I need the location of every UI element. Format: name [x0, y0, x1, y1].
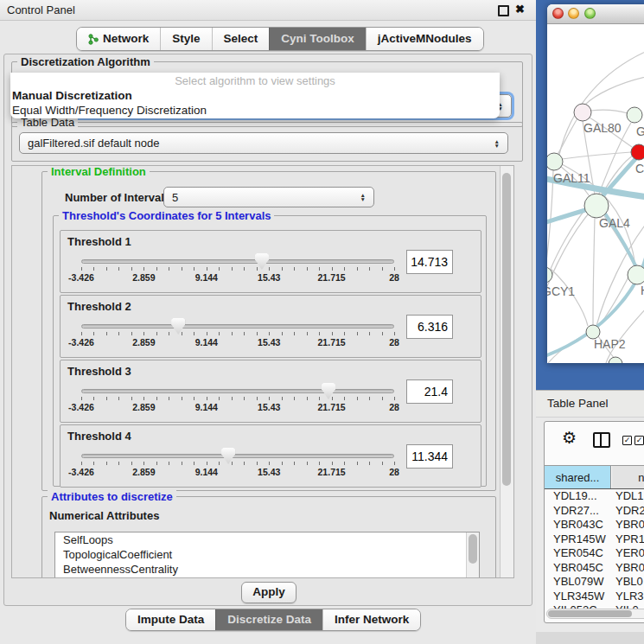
cell-name[interactable]: YPR1	[615, 532, 644, 545]
attribute-item[interactable]: SelfLoops	[55, 532, 479, 547]
gear-icon[interactable]: ⚙	[562, 428, 577, 448]
network-node[interactable]	[628, 265, 644, 284]
network-view-window: GAL80GACGAL11GAL4GCY1HHAP2	[547, 4, 644, 363]
threshold-panel: Threshold 1-3.4262.8599.14415.4321.71528	[60, 230, 481, 293]
tab-style[interactable]: Style	[160, 28, 211, 50]
tab-cyni-toolbox[interactable]: Cyni Toolbox	[269, 28, 366, 50]
attributes-scrollbar-thumb[interactable]	[469, 534, 477, 564]
cell-name[interactable]: YLR3	[615, 590, 644, 603]
cell-shared-name[interactable]: YPR145W	[553, 532, 606, 545]
table-row[interactable]: YBL079WYBL0	[545, 575, 644, 590]
tick-label: -3.426	[68, 402, 94, 412]
network-node[interactable]	[627, 107, 642, 123]
thresholds-legend: Threshold's Coordinates for 5 Intervals	[59, 209, 274, 222]
attribute-item[interactable]: TopologicalCoefficient	[55, 547, 479, 562]
attributes-scrollbar[interactable]	[466, 532, 479, 578]
algorithm-option[interactable]: Equal Width/Frequency Discretization	[10, 103, 500, 118]
tab-jactivemnodules[interactable]: jActiveMNodules	[366, 28, 483, 50]
tick-label: 2.859	[132, 272, 155, 283]
network-node[interactable]	[609, 357, 622, 363]
network-node[interactable]	[574, 104, 591, 121]
network-node[interactable]	[584, 194, 609, 218]
table-data-combobox[interactable]: galFiltered.sif default node ▲▼	[19, 132, 508, 154]
tab-label: Impute Data	[137, 609, 204, 630]
checkbox-icon[interactable]: ✓	[634, 436, 644, 445]
threshold-value-field[interactable]	[406, 444, 453, 469]
network-edge[interactable]	[593, 218, 595, 325]
number-of-intervals-combobox[interactable]: 5 ▲▼	[163, 187, 374, 207]
zoom-traffic-light-icon[interactable]	[584, 8, 596, 19]
tick-label: 28	[389, 337, 399, 348]
apply-button[interactable]: Apply	[241, 582, 296, 603]
slider-track[interactable]	[81, 259, 394, 264]
tab-select[interactable]: Select	[212, 28, 270, 50]
float-window-icon[interactable]	[498, 5, 509, 16]
table-row[interactable]: YBR043CYBR0	[545, 518, 644, 532]
tab-discretize-data[interactable]: Discretize Data	[215, 609, 322, 630]
tab-network[interactable]: Network	[77, 28, 160, 50]
network-edge[interactable]	[562, 152, 631, 159]
cell-name[interactable]: YDL1	[615, 489, 644, 502]
column-header-name[interactable]: na	[612, 466, 644, 488]
cell-shared-name[interactable]: YER054C	[553, 546, 603, 559]
cell-shared-name[interactable]: YDL19...	[553, 489, 597, 502]
slider-ticks	[81, 462, 395, 465]
tick-label: 28	[389, 402, 399, 412]
cell-shared-name[interactable]: YBL079W	[553, 575, 604, 588]
cell-shared-name[interactable]: YBR045C	[553, 561, 603, 574]
algorithm-option[interactable]: Manual Discretization	[10, 88, 500, 103]
tab-impute-data[interactable]: Impute Data	[126, 609, 215, 630]
network-edge[interactable]	[558, 118, 577, 155]
numerical-attributes-list[interactable]: SelfLoopsTopologicalCoefficientBetweenne…	[54, 532, 480, 578]
threshold-value-field[interactable]	[406, 315, 453, 339]
table-hscrollbar[interactable]	[546, 609, 644, 619]
cell-name[interactable]: YDR2	[615, 504, 644, 517]
table-row[interactable]: YDL19...YDL1	[545, 489, 644, 504]
network-edge[interactable]	[559, 50, 644, 155]
close-traffic-light-icon[interactable]	[552, 8, 564, 19]
cell-name[interactable]: YER0	[615, 546, 644, 559]
column-header-shared-name[interactable]: shared...	[545, 466, 611, 488]
tab-label: Select	[224, 28, 258, 50]
table-row[interactable]: YLR345WYLR3	[545, 590, 644, 604]
split-columns-icon[interactable]	[593, 432, 610, 448]
slider-ticks	[81, 332, 395, 335]
table-row[interactable]: YBR045CYBR0	[545, 561, 644, 576]
network-node[interactable]	[547, 153, 563, 170]
settings-scrollbar[interactable]	[500, 166, 513, 577]
close-icon[interactable]: ✖	[515, 3, 525, 16]
cell-shared-name[interactable]: YLR345W	[553, 590, 604, 603]
slider-track[interactable]	[81, 324, 394, 328]
checkbox-icon[interactable]: ✓	[622, 436, 632, 445]
cell-name[interactable]: YBR0	[615, 561, 644, 574]
tab-label: Network	[103, 28, 149, 50]
network-canvas[interactable]: GAL80GACGAL11GAL4GCY1HHAP2	[547, 24, 644, 363]
cell-shared-name[interactable]: YDR27...	[553, 504, 599, 517]
network-node[interactable]	[631, 144, 644, 160]
network-edge[interactable]	[598, 271, 632, 327]
cell-name[interactable]: YBL0	[615, 575, 643, 588]
tab-infer-network[interactable]: Infer Network	[322, 609, 420, 630]
cell-name[interactable]: YBR0	[615, 518, 644, 531]
discretization-algorithm-legend: Discretization Algorithm	[17, 55, 154, 68]
table-row[interactable]: YDR27...YDR2	[545, 504, 644, 519]
settings-scrollbar-thumb[interactable]	[502, 173, 511, 486]
slider-tick-labels: -3.4262.8599.14415.4321.71528	[81, 272, 394, 283]
interval-definition-group: Interval Definition Number of Intervals …	[41, 171, 496, 491]
table-hscrollbar-thumb[interactable]	[548, 610, 632, 617]
table-row[interactable]: YPR145WYPR1	[545, 532, 644, 547]
tick-label: 15.43	[258, 467, 280, 477]
network-edge[interactable]	[585, 76, 644, 105]
table-row[interactable]: YER054CYER0	[545, 546, 644, 561]
threshold-value-field[interactable]	[406, 379, 453, 404]
tick-label: 21.715	[318, 337, 346, 348]
slider-track[interactable]	[81, 454, 394, 458]
network-edge[interactable]	[590, 110, 628, 113]
threshold-panel: Threshold 4-3.4262.8599.14415.4321.71528	[60, 424, 481, 488]
threshold-value-field[interactable]	[406, 250, 453, 274]
algorithm-dropdown-popup: Select algorithm to view settings Manual…	[10, 73, 500, 118]
attribute-item[interactable]: BetweennessCentrality	[55, 562, 479, 577]
cell-shared-name[interactable]: YBR043C	[553, 518, 603, 531]
minimize-traffic-light-icon[interactable]	[568, 8, 579, 19]
slider-track[interactable]	[81, 389, 394, 393]
